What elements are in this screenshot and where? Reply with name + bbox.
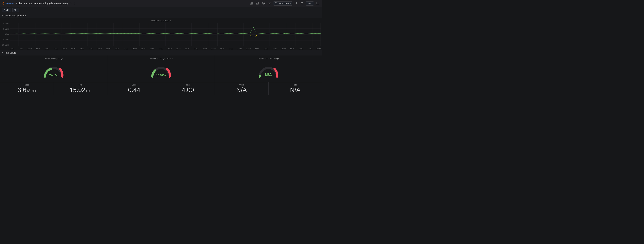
svg-text:10.92%: 10.92% xyxy=(156,74,166,77)
breadcrumb-home[interactable]: General xyxy=(6,2,14,5)
x-label-2: 13:30 xyxy=(27,48,32,50)
total-memory-number: 15.02 xyxy=(70,86,85,93)
total-memory-cell: Total 15.02 GiB xyxy=(54,82,108,95)
breadcrumb-separator: / xyxy=(14,2,15,5)
svg-line-14 xyxy=(296,4,297,4)
grafana-icon: ⬡ xyxy=(2,2,4,5)
svg-rect-7 xyxy=(257,2,258,3)
total-usage-section-header[interactable]: ∨ Total usage xyxy=(0,50,322,55)
svg-rect-16 xyxy=(316,2,319,4)
x-label-13: 15:20 xyxy=(124,48,128,50)
refresh-interval-label: 10s xyxy=(308,2,311,5)
cpu-gauge-svg: 10.92% xyxy=(149,61,173,80)
cpu-gauge-title: Cluster CPU usage (1m avg) xyxy=(109,58,213,60)
svg-text:N/A: N/A xyxy=(265,72,272,77)
info-button[interactable]: i xyxy=(261,2,266,6)
total-usage-section-title: Total usage xyxy=(4,51,16,54)
network-chart-title: Network I/O pressure xyxy=(0,20,322,22)
x-label-18: 16:10 xyxy=(168,48,172,50)
x-label-35: 19:00 xyxy=(316,48,320,50)
x-label-19: 16:20 xyxy=(176,48,180,50)
x-label-3: 13:40 xyxy=(36,48,40,50)
svg-rect-2 xyxy=(250,3,251,4)
star-button[interactable]: ☆ xyxy=(69,2,72,5)
refresh-cycle-button[interactable] xyxy=(300,2,304,6)
memory-gauge-wrapper: 24.6% xyxy=(2,61,106,80)
topbar: ⬡ General / Kubernetes cluster monitorin… xyxy=(0,0,322,7)
x-label-10: 14:50 xyxy=(97,48,102,50)
network-section-title: Network I/O pressure xyxy=(4,14,26,17)
svg-rect-0 xyxy=(250,2,251,3)
filesystem-gauge-svg: N/A xyxy=(256,61,280,80)
total-usage-chevron: ∨ xyxy=(2,52,4,54)
used-memory-label: Used xyxy=(3,84,51,86)
y-label-0: 10 MB/s xyxy=(2,23,9,25)
x-label-21: 16:40 xyxy=(194,48,198,50)
x-label-24: 17:10 xyxy=(220,48,224,50)
used-fs-cell: Used N/A xyxy=(215,82,268,95)
settings-button[interactable] xyxy=(267,2,272,6)
time-range-label: Last 6 hours xyxy=(278,2,289,5)
x-label-31: 18:20 xyxy=(281,48,286,50)
zoom-out-button[interactable] xyxy=(294,2,298,6)
used-fs-value: N/A xyxy=(218,86,266,93)
time-range-chevron: ▾ xyxy=(290,3,291,4)
x-label-4: 13:50 xyxy=(45,48,49,50)
node-filter-button[interactable]: Node xyxy=(2,8,11,12)
x-axis-labels: 13:10 13:20 13:30 13:40 13:50 14:00 14:1… xyxy=(10,47,320,50)
total-memory-unit: GiB xyxy=(85,89,91,93)
x-label-23: 17:00 xyxy=(211,48,216,50)
dashboard-title: Kubernetes cluster monitoring (via Prome… xyxy=(16,2,68,5)
used-cpu-cell: Used 0.44 xyxy=(108,82,161,95)
x-label-28: 17:50 xyxy=(255,48,259,50)
total-fs-number: N/A xyxy=(290,86,300,93)
used-memory-unit: GiB xyxy=(30,89,36,93)
topbar-right: i Last 6 hours ▾ 10s ▾ xyxy=(249,1,320,6)
x-label-7: 14:20 xyxy=(71,48,75,50)
memory-gauge-title: Cluster memory usage xyxy=(2,58,106,60)
used-memory-number: 3.69 xyxy=(18,86,30,93)
network-chart-svg xyxy=(10,23,320,46)
total-memory-value: 15.02 GiB xyxy=(56,86,104,93)
refresh-interval-button[interactable]: 10s ▾ xyxy=(306,2,314,6)
svg-text:24.6%: 24.6% xyxy=(49,73,58,77)
gauge-panels-row: Cluster memory usage 24.6% Cluster CPU u… xyxy=(0,55,322,82)
filter-bar: Node All ▾ xyxy=(0,7,322,13)
y-label-3: -5 MB/s xyxy=(2,39,9,41)
x-label-34: 18:50 xyxy=(308,48,312,50)
total-cpu-number: 4.00 xyxy=(182,86,194,93)
used-memory-value: 3.69 GiB xyxy=(3,86,51,93)
svg-point-11 xyxy=(269,3,270,4)
topbar-left: ⬡ General / Kubernetes cluster monitorin… xyxy=(2,2,76,5)
sidebar-button[interactable] xyxy=(315,2,320,6)
x-label-27: 17:40 xyxy=(246,48,250,50)
x-label-33: 18:40 xyxy=(299,48,303,50)
x-label-1: 13:20 xyxy=(18,48,23,50)
save-button[interactable] xyxy=(255,2,260,6)
total-fs-cell: Total N/A xyxy=(268,82,322,95)
network-section-header[interactable]: ∨ Network I/O pressure xyxy=(0,13,322,18)
svg-text:i: i xyxy=(263,3,264,4)
time-range-button[interactable]: Last 6 hours ▾ xyxy=(273,2,292,6)
used-cpu-value: 0.44 xyxy=(110,86,158,93)
x-label-12: 15:10 xyxy=(115,48,119,50)
network-chart-container: Network I/O pressure 10 MB/s 5 MB/s 0 B/… xyxy=(0,18,322,50)
x-label-5: 14:00 xyxy=(54,48,58,50)
filesystem-gauge-panel: Cluster filesystem usage N/A xyxy=(215,55,322,82)
x-label-25: 17:20 xyxy=(229,48,233,50)
x-label-15: 15:40 xyxy=(141,48,146,50)
y-label-1: 5 MB/s xyxy=(2,28,9,30)
x-label-32: 18:30 xyxy=(290,48,294,50)
all-dropdown[interactable]: All ▾ xyxy=(12,8,19,12)
stats-row: Used 3.69 GiB Total 15.02 GiB Used 0.44 … xyxy=(0,82,322,95)
add-panel-button[interactable] xyxy=(249,1,254,6)
x-label-26: 17:30 xyxy=(238,48,242,50)
total-cpu-value: 4.00 xyxy=(164,86,212,93)
total-cpu-cell: Total 4.00 xyxy=(161,82,215,95)
share-button[interactable]: ⤴ xyxy=(74,2,76,5)
x-label-0: 13:10 xyxy=(10,48,14,50)
total-fs-value: N/A xyxy=(271,86,320,93)
filesystem-gauge-title: Cluster filesystem usage xyxy=(216,58,320,60)
x-label-29: 18:00 xyxy=(264,48,268,50)
used-memory-cell: Used 3.69 GiB xyxy=(0,82,54,95)
